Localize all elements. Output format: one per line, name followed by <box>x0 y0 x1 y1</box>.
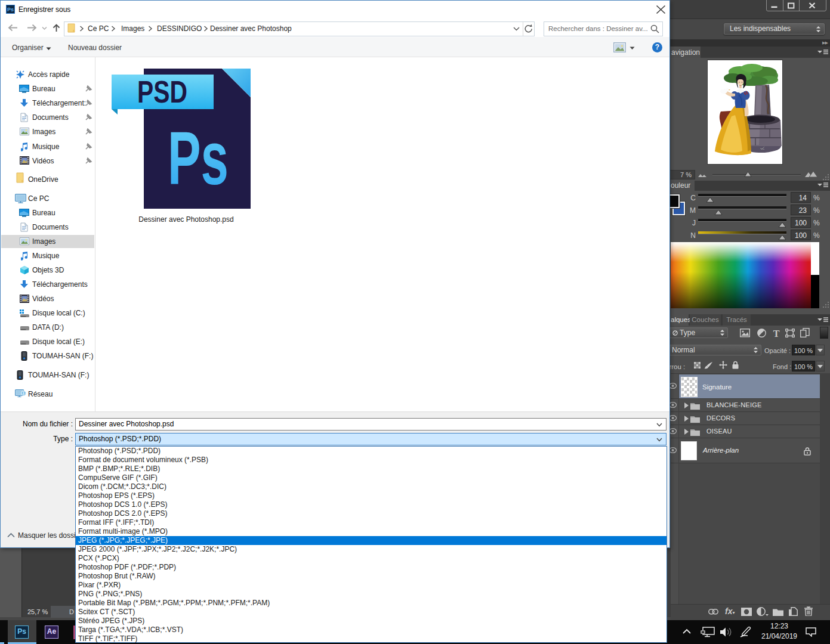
svg-text:Ps: Ps <box>168 116 229 200</box>
svg-text:Ps: Ps <box>7 7 14 13</box>
svg-text:PSD: PSD <box>137 75 187 109</box>
